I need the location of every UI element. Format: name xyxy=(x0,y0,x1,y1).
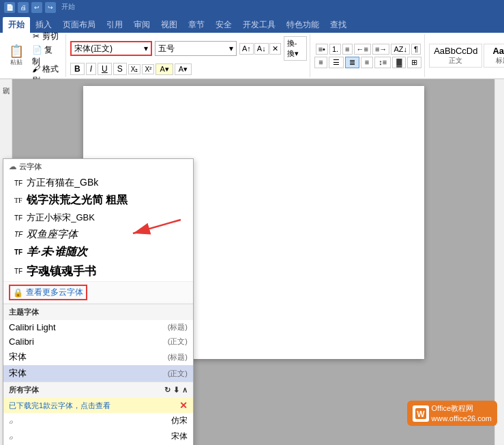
cloud-font-biaosong-icon: TF xyxy=(14,214,23,222)
theme-font-songti-body[interactable]: 宋体 (正文) xyxy=(3,365,193,382)
tab-search[interactable]: 查找 xyxy=(325,17,352,33)
view-more-cloud-button[interactable]: 🔒 查看更多云字体 xyxy=(3,281,193,304)
cloud-font-luolang-icon: TF xyxy=(14,231,23,238)
vertical-scrollbar[interactable] xyxy=(494,79,504,445)
cloud-fonts-header: ☁ 云字体 xyxy=(3,159,193,175)
replace-button[interactable]: 換-換▾ xyxy=(284,36,308,61)
tab-security[interactable]: 安全 xyxy=(210,17,237,33)
font-size-buttons: A↑ A↓ ✕ xyxy=(239,43,281,55)
office-icon-svg: W xyxy=(414,407,428,420)
align-center-button[interactable]: ☰ xyxy=(329,57,344,68)
cloud-icon: ☁ xyxy=(9,162,16,171)
strikethrough-button[interactable]: S xyxy=(113,63,127,75)
cloud-font-biaosong-name: 方正小标宋_GBK xyxy=(27,212,95,224)
theme-font-calibri-light[interactable]: Calibri Light (标题) xyxy=(3,320,193,334)
font-group: 宋体(正文) ▾ 五号 ▾ A↑ A↓ ✕ 換-換▾ B I U S X₂ X²… xyxy=(68,34,310,77)
align-justify-button[interactable]: ≣ xyxy=(345,57,359,68)
highlight-button[interactable]: A▾ xyxy=(155,63,173,75)
subscript-button[interactable]: X₂ xyxy=(128,64,141,74)
office-text-line2: www.office26.com xyxy=(432,414,492,423)
file-icon[interactable]: 📄 xyxy=(4,2,15,13)
theme-font-calibri[interactable]: Calibri (正文) xyxy=(3,334,193,349)
office-icon: W xyxy=(413,405,429,422)
line-spacing-button[interactable]: ↕≡ xyxy=(374,57,391,68)
font-size-selector[interactable]: 五号 ▾ xyxy=(155,41,237,56)
font-item-icon: ℴ xyxy=(9,432,13,442)
title-bar: 📄 🖨 ↩ ↪ 开始 xyxy=(0,0,504,15)
align-left-button[interactable]: ≡ xyxy=(314,57,327,68)
style-normal-preview: AaBbCcDd xyxy=(434,46,477,56)
underline-button[interactable]: U xyxy=(98,63,112,75)
outline-button[interactable]: ≡ xyxy=(342,44,352,55)
songti-heading-name: 宋体 xyxy=(9,351,27,363)
redo-icon[interactable]: ↪ xyxy=(45,2,56,13)
paste-label: 粘贴 xyxy=(10,58,23,67)
cloud-font-zhuixun-icon: TF xyxy=(14,248,23,256)
refresh-icon[interactable]: ↻ xyxy=(164,386,171,394)
tab-view[interactable]: 视图 xyxy=(155,17,183,33)
italic-button[interactable]: I xyxy=(86,63,96,75)
calibri-light-name: Calibri Light xyxy=(9,322,56,332)
indent-decrease-button[interactable]: ←≡ xyxy=(354,44,371,55)
superscript-button[interactable]: X² xyxy=(142,64,154,74)
print-preview-icon[interactable]: 🖨 xyxy=(18,2,29,13)
font-dropdown-panel: ☁ 云字体 TF 方正有猫在_GBk TF 锐字洪荒之光简 粗黑 TF 方正小标… xyxy=(3,158,194,445)
bullets-button[interactable]: ≡• xyxy=(316,44,328,55)
align-right-button[interactable]: ≡ xyxy=(361,57,373,68)
font-item-fangsong[interactable]: ℴ 仿宋 xyxy=(3,413,193,429)
tab-chapter[interactable]: 章节 xyxy=(183,17,210,33)
numbering-button[interactable]: 1. xyxy=(329,44,341,55)
borders-button[interactable]: ⊞ xyxy=(407,57,421,68)
cloud-font-cat-name: 方正有猫在_GBk xyxy=(27,177,98,189)
bold-button[interactable]: B xyxy=(70,63,85,75)
theme-font-songti-heading[interactable]: 宋体 (标题) xyxy=(3,349,193,365)
increase-font-button[interactable]: A↑ xyxy=(239,43,254,55)
show-hide-button[interactable]: ¶ xyxy=(411,44,421,55)
clear-format-button[interactable]: ✕ xyxy=(269,43,281,55)
font-item-songti[interactable]: ℴ 宋体 xyxy=(3,429,193,444)
office-logo-text: Office教程网 www.office26.com xyxy=(432,403,492,423)
svg-text:W: W xyxy=(417,410,425,419)
style-normal-label: 正文 xyxy=(434,56,477,66)
style-heading1-label: 标题1 xyxy=(488,56,504,66)
tab-layout[interactable]: 页面布局 xyxy=(57,17,101,33)
calibri-light-tag: (标题) xyxy=(168,322,188,332)
undo-icon[interactable]: ↩ xyxy=(31,2,42,13)
cloud-font-hao[interactable]: TF 锐字洪荒之光简 粗黑 xyxy=(3,191,193,210)
shading-button[interactable]: ▓ xyxy=(392,57,406,68)
copy-button[interactable]: 📄 复制 xyxy=(29,47,63,65)
collapse-icon[interactable]: ∧ xyxy=(182,386,188,394)
tab-start[interactable]: 开始 xyxy=(3,17,30,33)
cut-button[interactable]: ✂ 剪切 xyxy=(29,28,63,46)
downloaded-notice: 已下载完1款云字体，点击查看 ✕ xyxy=(3,398,193,413)
style-normal[interactable]: AaBbCcDd 正文 xyxy=(429,44,482,68)
font-name-selector[interactable]: 宋体(正文) ▾ xyxy=(70,41,152,56)
tab-dev[interactable]: 开发工具 xyxy=(237,17,281,33)
all-fonts-label: 所有字体 xyxy=(9,385,39,395)
font-size-value: 五号 xyxy=(158,43,175,55)
font-name-value: 宋体(正文) xyxy=(74,43,113,55)
download-icon[interactable]: ⬇ xyxy=(173,386,179,394)
decrease-font-button[interactable]: A↓ xyxy=(254,43,269,55)
tab-review[interactable]: 审阅 xyxy=(128,17,155,33)
tab-feature[interactable]: 特色功能 xyxy=(281,17,325,33)
view-more-highlight: 🔒 查看更多云字体 xyxy=(9,285,87,300)
paste-button[interactable]: 📋 粘贴 xyxy=(5,38,27,74)
notice-close-button[interactable]: ✕ xyxy=(179,400,188,411)
paste-icon: 📋 xyxy=(9,45,24,57)
all-fonts-header: 所有字体 ↻ ⬇ ∧ xyxy=(3,382,193,398)
theme-fonts-header: 主题字体 xyxy=(3,304,193,320)
sort-button[interactable]: AZ↓ xyxy=(391,44,410,55)
cloud-font-yuhun-icon: TF xyxy=(14,268,23,275)
tab-reference[interactable]: 引用 xyxy=(101,17,128,33)
all-fonts-icons: ↻ ⬇ ∧ xyxy=(164,386,188,394)
font-color-button[interactable]: A▾ xyxy=(175,63,192,75)
cloud-font-luolang-name: 双鱼座字体 xyxy=(27,228,78,241)
downloaded-text[interactable]: 已下载完1款云字体，点击查看 xyxy=(9,401,110,411)
cloud-font-cat[interactable]: TF 方正有猫在_GBk xyxy=(3,175,193,191)
font-name-fangsong: 仿宋 xyxy=(171,415,188,427)
cloud-font-yuhun[interactable]: TF 字魂镇魂手书 xyxy=(3,261,193,281)
svg-line-1 xyxy=(133,220,181,233)
indent-increase-button[interactable]: ≡→ xyxy=(372,44,389,55)
style-heading1[interactable]: AaBb 标题1 xyxy=(484,44,504,68)
